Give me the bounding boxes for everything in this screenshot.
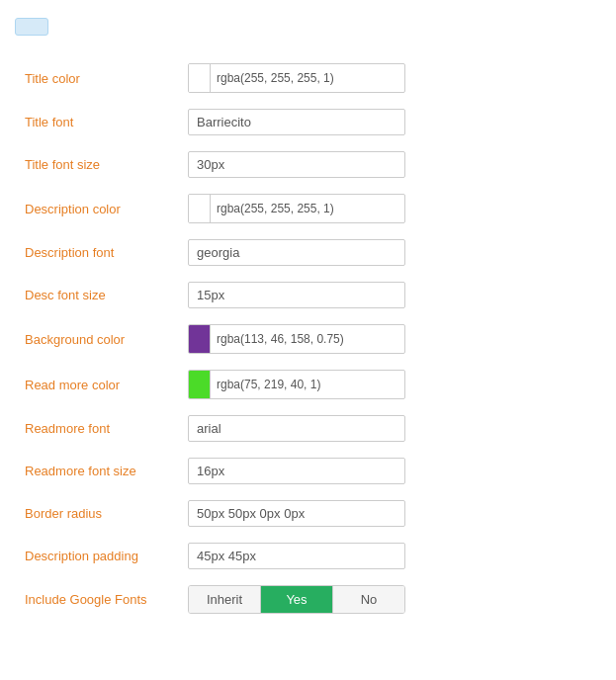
slider-font-customization-button[interactable] bbox=[15, 18, 48, 36]
color-wrapper-title-color bbox=[188, 63, 405, 93]
text-input-title-font[interactable] bbox=[188, 109, 405, 135]
row-read-more-color: Read more color bbox=[15, 362, 601, 407]
color-swatch-read-more-color[interactable] bbox=[189, 371, 211, 398]
row-title-color: Title color bbox=[15, 55, 601, 101]
color-swatch-description-color[interactable] bbox=[189, 195, 211, 222]
label-description-padding: Description padding bbox=[15, 535, 183, 577]
color-wrapper-description-color bbox=[188, 194, 405, 223]
label-description-color: Description color bbox=[15, 186, 183, 231]
row-description-color: Description color bbox=[15, 186, 601, 231]
text-input-description-padding[interactable] bbox=[188, 543, 405, 569]
color-input-title-color[interactable] bbox=[211, 67, 404, 89]
label-border-radius: Border radius bbox=[15, 492, 183, 535]
toggle-btn-no[interactable]: No bbox=[333, 586, 404, 613]
label-desc-font-size: Desc font size bbox=[15, 274, 183, 316]
input-cell-title-font-size bbox=[183, 143, 601, 186]
toggle-group-google-fonts: InheritYesNo bbox=[188, 585, 405, 614]
row-background-color: Background color bbox=[15, 316, 601, 362]
row-title-font-size: Title font size bbox=[15, 143, 601, 186]
row-border-radius: Border radius bbox=[15, 492, 601, 535]
text-input-desc-font-size[interactable] bbox=[188, 282, 405, 308]
color-wrapper-background-color bbox=[188, 324, 405, 354]
settings-form: Title colorTitle fontTitle font sizeDesc… bbox=[15, 55, 601, 622]
input-cell-read-more-color bbox=[183, 362, 601, 407]
input-cell-desc-font-size bbox=[183, 274, 601, 316]
label-background-color: Background color bbox=[15, 316, 183, 362]
text-input-readmore-font[interactable] bbox=[188, 415, 405, 442]
input-cell-description-padding bbox=[183, 535, 601, 577]
label-title-font: Title font bbox=[15, 101, 183, 143]
row-google-fonts: Include Google FontsInheritYesNo bbox=[15, 577, 601, 622]
input-cell-title-color bbox=[183, 55, 601, 101]
color-input-background-color[interactable] bbox=[211, 328, 404, 350]
color-swatch-background-color[interactable] bbox=[189, 325, 211, 353]
toggle-btn-yes[interactable]: Yes bbox=[261, 586, 333, 613]
label-readmore-font-size: Readmore font size bbox=[15, 450, 183, 492]
row-description-padding: Description padding bbox=[15, 535, 601, 577]
input-cell-border-radius bbox=[183, 492, 601, 535]
row-readmore-font-size: Readmore font size bbox=[15, 450, 601, 492]
color-wrapper-read-more-color bbox=[188, 370, 405, 399]
input-cell-background-color bbox=[183, 316, 601, 362]
text-input-readmore-font-size[interactable] bbox=[188, 458, 405, 484]
label-title-color: Title color bbox=[15, 55, 183, 101]
color-input-description-color[interactable] bbox=[211, 198, 404, 219]
row-desc-font-size: Desc font size bbox=[15, 274, 601, 316]
input-cell-description-font bbox=[183, 231, 601, 274]
text-input-description-font[interactable] bbox=[188, 239, 405, 266]
color-input-read-more-color[interactable] bbox=[211, 374, 404, 395]
row-readmore-font: Readmore font bbox=[15, 407, 601, 450]
label-read-more-color: Read more color bbox=[15, 362, 183, 407]
label-description-font: Description font bbox=[15, 231, 183, 274]
label-google-fonts: Include Google Fonts bbox=[15, 577, 183, 622]
color-swatch-title-color[interactable] bbox=[189, 64, 211, 92]
row-title-font: Title font bbox=[15, 101, 601, 143]
text-input-title-font-size[interactable] bbox=[188, 151, 405, 178]
label-title-font-size: Title font size bbox=[15, 143, 183, 186]
text-input-border-radius[interactable] bbox=[188, 500, 405, 527]
input-cell-description-color bbox=[183, 186, 601, 231]
input-cell-google-fonts: InheritYesNo bbox=[183, 577, 601, 622]
label-readmore-font: Readmore font bbox=[15, 407, 183, 450]
input-cell-readmore-font-size bbox=[183, 450, 601, 492]
row-description-font: Description font bbox=[15, 231, 601, 274]
input-cell-readmore-font bbox=[183, 407, 601, 450]
toggle-btn-inherit[interactable]: Inherit bbox=[189, 586, 261, 613]
input-cell-title-font bbox=[183, 101, 601, 143]
